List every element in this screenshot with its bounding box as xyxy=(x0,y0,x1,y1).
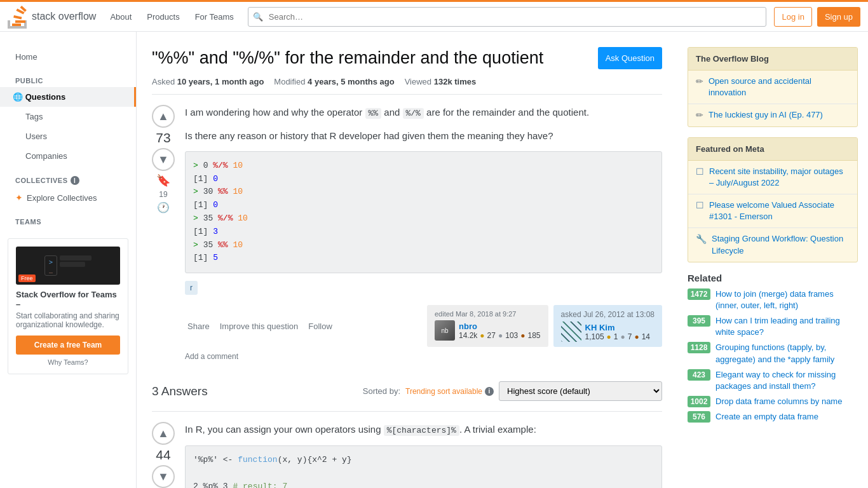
post-paragraph-2: Is there any reason or history that R de… xyxy=(185,128,662,144)
blog-link-0[interactable]: Open source and accidental innovation xyxy=(709,76,850,98)
pencil-icon-1: ✏ xyxy=(696,110,703,120)
related-link-1[interactable]: How can I trim leading and trailing whit… xyxy=(715,315,858,338)
meta-item-1: ☐ Please welcome Valued Associate #1301 … xyxy=(688,194,857,228)
answers-count: 3 Answers xyxy=(152,384,208,398)
info-icon-trending: i xyxy=(485,387,494,396)
sidebar-collectives-label: COLLECTIVES xyxy=(15,177,68,184)
related-link-0[interactable]: How to join (merge) data frames (inner, … xyxy=(715,288,858,311)
sidebar-item-companies[interactable]: Companies xyxy=(0,146,136,166)
vote-cell: ▲ 73 ▼ 🔖 19 🕐 xyxy=(152,105,175,366)
sort-select[interactable]: Highest score (default) Trending (recent… xyxy=(499,381,662,401)
right-sidebar: The Overflow Blog ✏ Open source and acci… xyxy=(677,32,868,488)
search-bar: 🔍 xyxy=(248,7,767,27)
post-actions: Share Improve this question Follow xyxy=(185,320,335,332)
auth-buttons: Log in Sign up xyxy=(774,7,860,27)
sidebar-section-public: PUBLIC xyxy=(0,67,136,87)
post-tags: r xyxy=(185,281,662,295)
signup-button[interactable]: Sign up xyxy=(817,7,860,27)
related-link-4[interactable]: Drop data frame columns by name xyxy=(715,396,842,407)
logo[interactable]: stack overflow xyxy=(8,5,96,29)
nav-products[interactable]: Products xyxy=(140,8,186,25)
related-item-5: 576 Create an empty data frame xyxy=(688,411,858,423)
user-cards: edited Mar 8, 2018 at 9:27 nb nbro 14.2k… xyxy=(427,305,662,347)
related-item-3: 423 Elegant way to check for missing pac… xyxy=(688,369,858,392)
meta-tools-icon-2: 🔧 xyxy=(696,234,707,244)
answer-downvote-button[interactable]: ▼ xyxy=(152,465,175,488)
asker-card: asked Jul 26, 2012 at 13:08 KH Kim 1,105… xyxy=(553,305,662,347)
meta-link-1[interactable]: Please welcome Valued Associate #1301 - … xyxy=(709,200,850,222)
answer-body: In R, you can assign your own operators … xyxy=(185,422,662,488)
improve-question-button[interactable]: Improve this question xyxy=(217,320,301,332)
ask-question-button[interactable]: Ask Question xyxy=(598,47,662,69)
sidebar-item-tags[interactable]: Tags xyxy=(0,107,136,126)
asker-info: asked Jul 26, 2012 at 13:08 KH Kim 1,105… xyxy=(561,310,654,342)
meta-link-2[interactable]: Staging Ground Workflow: Question Lifecy… xyxy=(712,233,850,256)
question-post: ▲ 73 ▼ 🔖 19 🕐 I am wondering how and why… xyxy=(152,105,662,366)
featured-meta-title: Featured on Meta xyxy=(688,138,857,161)
related-link-2[interactable]: Grouping functions (tapply, by, aggregat… xyxy=(715,342,858,365)
why-teams-link[interactable]: Why Teams? xyxy=(16,358,120,366)
related-count-4: 1002 xyxy=(688,396,710,407)
bookmark-count: 19 xyxy=(159,190,167,199)
downvote-button[interactable]: ▼ xyxy=(152,148,175,171)
overflow-blog-box: The Overflow Blog ✏ Open source and acci… xyxy=(688,47,858,127)
add-comment-link[interactable]: Add a comment xyxy=(185,347,662,366)
featured-meta-box: Featured on Meta ☐ Recent site instabili… xyxy=(688,137,858,262)
sidebar-item-home[interactable]: Home xyxy=(0,47,136,67)
answer-paragraph-1: In R, you can assign your own operators … xyxy=(185,422,662,438)
question-title: "%%" and "%/%" for the remainder and the… xyxy=(152,47,588,69)
nav-teams[interactable]: For Teams xyxy=(189,8,240,25)
related-item-4: 1002 Drop data frame columns by name xyxy=(688,396,858,407)
answer-upvote-button[interactable]: ▲ xyxy=(152,422,175,445)
main-content: "%%" and "%/%" for the remainder and the… xyxy=(137,32,677,488)
answer-code-1: %[characters]% xyxy=(384,425,459,436)
related-count-3: 423 xyxy=(688,369,710,381)
meta-link-0[interactable]: Recent site instability, major outages –… xyxy=(709,166,850,189)
related-link-3[interactable]: Elegant way to check for missing package… xyxy=(715,369,858,392)
viewed-meta: Viewed 132k times xyxy=(405,77,477,86)
sidebar-questions-label: Questions xyxy=(25,92,66,102)
related-link-5[interactable]: Create an empty data frame xyxy=(715,411,818,423)
upvote-button[interactable]: ▲ xyxy=(152,105,175,128)
editor-name: nbro xyxy=(459,322,541,331)
teams-promo-title: Stack Overflow for Teams – xyxy=(16,290,120,309)
question-meta: Asked 10 years, 1 month ago Modified 4 y… xyxy=(152,77,662,95)
answer-vote-count: 44 xyxy=(156,447,170,463)
sidebar-item-users[interactable]: Users xyxy=(0,126,136,146)
explore-collectives-label: Explore Collectives xyxy=(27,193,97,203)
history-button[interactable]: 🕐 xyxy=(157,201,170,214)
code-percent-div-percent: %/% xyxy=(403,108,424,119)
nav-about[interactable]: About xyxy=(104,8,138,25)
bookmark-button[interactable]: 🔖 xyxy=(156,173,170,187)
answer-vote-cell: ▲ 44 ▼ xyxy=(152,422,175,488)
teams-promo: > _ Free Stack Overflow for Teams – Star… xyxy=(8,238,128,374)
asker-name: KH Kim xyxy=(585,323,651,332)
search-input[interactable] xyxy=(248,7,767,27)
answer-layout: ▲ 44 ▼ In R, you can assign your own ope… xyxy=(152,422,662,488)
editor-card: edited Mar 8, 2018 at 9:27 nb nbro 14.2k… xyxy=(427,305,548,347)
sidebar-item-questions[interactable]: 🌐 Questions xyxy=(0,87,136,107)
login-button[interactable]: Log in xyxy=(774,7,811,27)
modified-meta: Modified 4 years, 5 months ago xyxy=(274,77,394,86)
vote-count: 73 xyxy=(156,130,170,146)
sidebar-item-explore-collectives[interactable]: ✦ Explore Collectives xyxy=(0,187,136,208)
related-count-1: 395 xyxy=(688,315,710,327)
code-block: > 0 %/% 10 [1] 0 > 30 %% 10 [1] 0 > 35 %… xyxy=(185,151,662,273)
question-header: "%%" and "%/%" for the remainder and the… xyxy=(152,47,662,69)
related-item-0: 1472 How to join (merge) data frames (in… xyxy=(688,288,858,311)
blog-link-1[interactable]: The luckiest guy in AI (Ep. 477) xyxy=(709,109,823,121)
related-count-0: 1472 xyxy=(688,288,710,300)
meta-check-icon-1: ☐ xyxy=(696,200,704,210)
left-sidebar: Home PUBLIC 🌐 Questions Tags Users Compa… xyxy=(0,32,137,488)
search-icon: 🔍 xyxy=(253,12,263,22)
tag-r[interactable]: r xyxy=(185,281,198,295)
share-button[interactable]: Share xyxy=(185,320,212,332)
editor-info: edited Mar 8, 2018 at 9:27 nb nbro 14.2k… xyxy=(435,310,541,341)
create-team-button[interactable]: Create a free Team xyxy=(16,336,120,355)
editor-badges: 14.2k ●27 ●103 ●185 xyxy=(459,331,541,340)
editor-avatar: nb xyxy=(435,320,455,341)
teams-promo-desc: Start collaborating and sharing organiza… xyxy=(16,311,120,329)
asked-meta: Asked 10 years, 1 month ago xyxy=(152,77,264,86)
follow-button[interactable]: Follow xyxy=(306,320,335,332)
asker-avatar xyxy=(561,322,581,342)
